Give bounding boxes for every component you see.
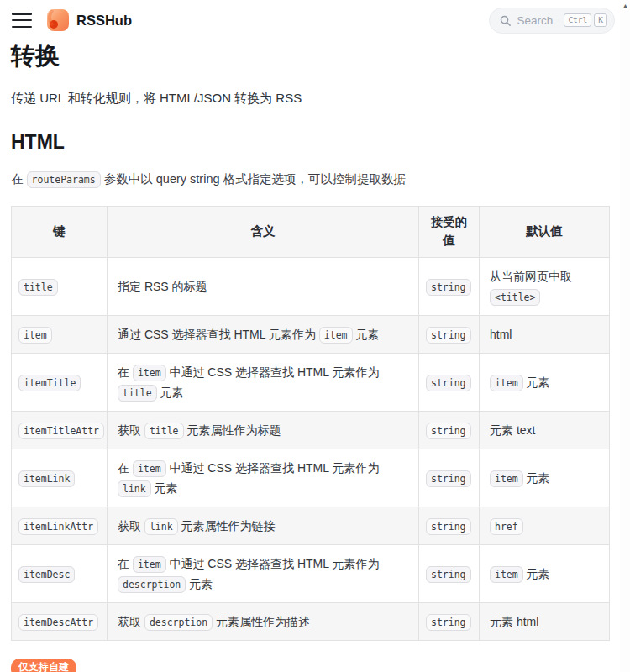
key-code-badge: itemDescAttr <box>18 614 98 631</box>
table-row: itemLink在 item 中通过 CSS 选择器查找 HTML 元素作为 l… <box>12 449 610 507</box>
cell-meaning: 在 item 中通过 CSS 选择器查找 HTML 元素作为 link 元素 <box>108 449 419 507</box>
header-meaning: 含义 <box>108 207 419 258</box>
cell-default: item 元素 <box>480 353 610 411</box>
inline-code: item <box>490 566 523 583</box>
key-code-badge: itemTitleAttr <box>18 423 104 439</box>
table-row: itemLinkAttr获取 link 元素属性作为链接stringhref <box>12 507 610 544</box>
cell-accepts: string <box>419 353 480 411</box>
page-title: 转换 <box>11 43 609 70</box>
cell-default: item 元素 <box>480 449 610 507</box>
params-table: 键 含义 接受的值 默认值 title指定 RSS 的标题string从当前网页… <box>11 206 610 641</box>
page-subtitle: 传递 URL 和转化规则，将 HTML/JSON 转换为 RSS <box>11 91 609 107</box>
hamburger-menu-icon[interactable] <box>12 13 32 28</box>
cell-default: href <box>480 507 610 544</box>
cell-meaning: 通过 CSS 选择器查找 HTML 元素作为 item 元素 <box>108 315 419 353</box>
key-code-badge: itemTitle <box>18 375 81 391</box>
accepts-code-badge: string <box>426 470 471 487</box>
key-code-badge: title <box>18 279 58 296</box>
accepts-code-badge: string <box>426 566 471 583</box>
header-key: 键 <box>12 207 108 258</box>
accepts-code-badge: string <box>426 614 471 631</box>
cell-accepts: string <box>419 507 480 544</box>
cell-accepts: string <box>419 602 480 640</box>
rsshub-logo[interactable] <box>47 9 69 31</box>
cell-default: item 元素 <box>480 544 610 602</box>
section-heading-html: HTML <box>11 131 609 155</box>
header-accepts: 接受的值 <box>419 207 480 258</box>
inline-code: item <box>133 365 166 381</box>
inline-code: item <box>133 460 166 477</box>
inline-code: href <box>490 518 523 535</box>
cell-key: title <box>12 257 108 315</box>
cell-key: itemLink <box>12 449 108 507</box>
inline-code: title <box>118 385 157 402</box>
table-row: itemDesc在 item 中通过 CSS 选择器查找 HTML 元素作为 d… <box>12 544 610 602</box>
cell-key: itemTitleAttr <box>12 411 108 449</box>
cell-meaning: 在 item 中通过 CSS 选择器查找 HTML 元素作为 title 元素 <box>108 353 419 411</box>
cell-accepts: string <box>419 257 480 315</box>
search-icon <box>499 14 512 27</box>
table-body: title指定 RSS 的标题string从当前网页中取 <title>item… <box>12 257 610 640</box>
cell-meaning: 在 item 中通过 CSS 选择器查找 HTML 元素作为 descrptio… <box>108 544 419 602</box>
inline-code: routeParams <box>27 171 101 188</box>
table-row: item通过 CSS 选择器查找 HTML 元素作为 item 元素string… <box>12 315 610 353</box>
inline-code: link <box>118 480 151 497</box>
page-content: 转换 传递 URL 和转化规则，将 HTML/JSON 转换为 RSS HTML… <box>0 43 630 672</box>
table-row: itemTitleAttr获取 title 元素属性作为标题string元素 t… <box>12 411 610 449</box>
inline-code: title <box>144 423 184 439</box>
key-code-badge: itemLink <box>18 470 75 487</box>
inline-code: descrption <box>118 576 186 593</box>
search-shortcut: Ctrl K <box>564 13 607 27</box>
cell-key: item <box>12 315 108 353</box>
cell-key: itemTitle <box>12 353 108 411</box>
cell-accepts: string <box>419 315 480 353</box>
table-header-row: 键 含义 接受的值 默认值 <box>12 207 610 258</box>
self-hosted-only-badge: 仅支持自建 <box>11 659 76 672</box>
key-code-badge: itemLinkAttr <box>18 518 98 535</box>
search-input[interactable]: Search Ctrl K <box>489 8 615 34</box>
cell-default: 从当前网页中取 <title> <box>480 257 610 315</box>
cell-meaning: 获取 descrption 元素属性作为描述 <box>108 602 419 640</box>
inline-code: item <box>133 556 166 573</box>
cell-meaning: 获取 link 元素属性作为链接 <box>108 507 419 544</box>
inline-code: link <box>144 518 178 535</box>
table-row: itemTitle在 item 中通过 CSS 选择器查找 HTML 元素作为 … <box>12 353 610 411</box>
inline-code: item <box>490 375 523 391</box>
inline-code: <title> <box>490 289 540 306</box>
navbar: RSSHub Search Ctrl K <box>0 0 630 40</box>
cell-default: 元素 html <box>480 602 610 640</box>
cell-default: html <box>480 315 610 353</box>
page-scrollbar[interactable]: ▲ <box>620 0 630 672</box>
search-placeholder: Search <box>517 14 554 27</box>
brand-title[interactable]: RSSHub <box>76 13 132 29</box>
cell-accepts: string <box>419 411 480 449</box>
cell-default: 元素 text <box>480 411 610 449</box>
inline-code: item <box>319 327 353 344</box>
accepts-code-badge: string <box>426 375 471 391</box>
accepts-code-badge: string <box>426 327 471 344</box>
key-code-badge: itemDesc <box>18 566 75 583</box>
scrollbar-up-arrow-icon[interactable]: ▲ <box>622 3 628 8</box>
accepts-code-badge: string <box>426 279 471 296</box>
accepts-code-badge: string <box>426 423 471 439</box>
key-code-badge: item <box>18 327 52 344</box>
header-default: 默认值 <box>480 207 610 258</box>
ctrl-key-badge: Ctrl <box>564 13 591 27</box>
cell-meaning: 指定 RSS 的标题 <box>108 257 419 315</box>
intro-paragraph: 在 routeParams 参数中以 query string 格式指定选项，可… <box>11 171 609 187</box>
inline-code: descrption <box>144 614 213 631</box>
cell-accepts: string <box>419 449 480 507</box>
cell-key: itemDesc <box>12 544 108 602</box>
cell-key: itemLinkAttr <box>12 507 108 544</box>
inline-code: item <box>490 470 523 487</box>
cell-meaning: 获取 title 元素属性作为标题 <box>108 411 419 449</box>
table-row: itemDescAttr获取 descrption 元素属性作为描述string… <box>12 602 610 640</box>
table-row: title指定 RSS 的标题string从当前网页中取 <title> <box>12 257 610 315</box>
cell-accepts: string <box>419 544 480 602</box>
accepts-code-badge: string <box>426 518 471 535</box>
k-key-badge: K <box>594 13 607 27</box>
cell-key: itemDescAttr <box>12 602 108 640</box>
